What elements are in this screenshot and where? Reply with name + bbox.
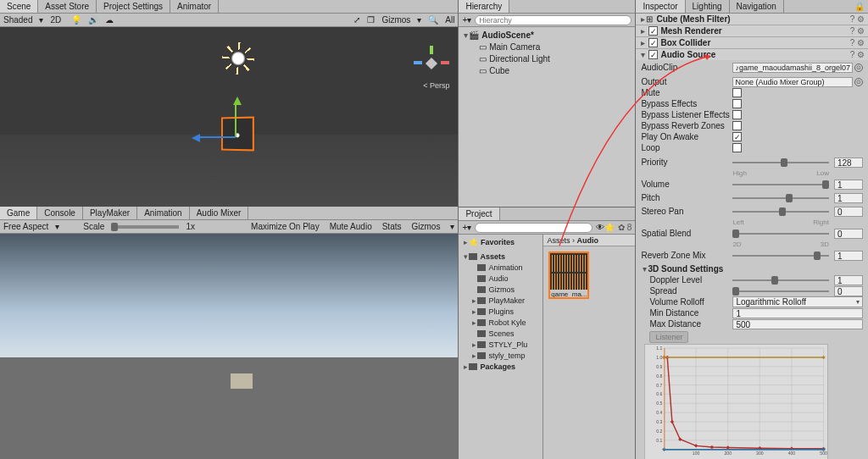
tab-navigation[interactable]: Navigation — [730, 0, 784, 13]
audioclip-field[interactable]: ♪ game_maoudamashii_8_orgel07 — [732, 63, 853, 73]
maximize-toggle[interactable]: Maximize On Play — [248, 221, 323, 232]
pitch-value[interactable]: 1 — [834, 193, 863, 203]
max-dist-value[interactable]: 500 — [732, 319, 863, 329]
audio-clip-asset[interactable]: game_ma... — [548, 252, 589, 299]
priority-value[interactable]: 128 — [834, 158, 863, 168]
bypass-listener-checkbox[interactable] — [732, 110, 742, 119]
folder-animation[interactable]: Animation — [459, 262, 542, 273]
tab-project[interactable]: Project — [459, 207, 499, 220]
tab-console[interactable]: Console — [37, 207, 83, 219]
audio-source-header[interactable]: Audio Source — [660, 50, 846, 59]
inspector-tabs[interactable]: Inspector Lighting Navigation 🔒 — [636, 0, 868, 14]
bypass-effects-checkbox[interactable] — [732, 99, 742, 108]
selected-cube[interactable] — [223, 119, 253, 150]
volume-value[interactable]: 1 — [834, 180, 863, 190]
mesh-filter-header[interactable]: Cube (Mesh Filter) — [656, 14, 846, 24]
foldout-icon[interactable]: ▾ — [641, 264, 648, 274]
foldout-icon[interactable]: ▸ — [639, 26, 646, 36]
project-create-button[interactable]: +▾ — [462, 223, 471, 232]
bc-audio[interactable]: Audio — [576, 236, 598, 245]
hier-dir-light[interactable]: Directional Light — [489, 54, 550, 64]
spatial-slider[interactable] — [732, 230, 829, 238]
play-awake-checkbox[interactable]: ✓ — [732, 132, 742, 141]
tab-scene[interactable]: Scene — [0, 0, 38, 13]
min-dist-value[interactable]: 1 — [732, 308, 863, 318]
project-toolbar[interactable]: +▾ 👁⭐✿ 8 — [459, 221, 635, 235]
volume-slider[interactable] — [732, 180, 829, 189]
help-icon[interactable]: ? ⚙ — [850, 50, 865, 59]
aspect-dropdown[interactable]: Free Aspect — [0, 221, 52, 232]
priority-slider[interactable] — [732, 158, 829, 167]
tab-animation[interactable]: Animation — [137, 207, 189, 219]
favorites-folder[interactable]: Favorites — [481, 238, 515, 246]
spread-slider[interactable] — [732, 287, 829, 296]
game-toolbar[interactable]: Free Aspect▾ Scale 1x Maximize On Play M… — [0, 220, 458, 234]
hier-main-camera[interactable]: Main Camera — [489, 42, 540, 52]
bypass-reverb-checkbox[interactable] — [732, 121, 742, 130]
folder-styly_temp[interactable]: ▸styly_temp — [459, 350, 542, 361]
project-folder-tree[interactable]: ▸⭐ Favorites ▾Assets Animation Audio Giz… — [459, 235, 543, 459]
foldout-icon[interactable]: ▸ — [639, 38, 646, 47]
folder-gizmos[interactable]: Gizmos — [459, 284, 542, 295]
doppler-slider[interactable] — [732, 276, 829, 285]
foldout-icon[interactable]: ▸ — [639, 14, 646, 24]
scene-search-all[interactable]: All — [442, 14, 458, 25]
listener-button[interactable]: Listener — [649, 331, 688, 343]
help-icon[interactable]: ? ⚙ — [850, 38, 865, 47]
mesh-renderer-header[interactable]: Mesh Renderer — [660, 26, 846, 36]
spatial-value[interactable]: 0 — [834, 229, 863, 239]
folder-playmaker[interactable]: ▸PlayMaker — [459, 295, 542, 306]
tab-game[interactable]: Game — [0, 207, 37, 219]
tab-inspector[interactable]: Inspector — [636, 0, 685, 13]
folder-robot kyle[interactable]: ▸Robot Kyle — [459, 317, 542, 328]
assets-folder[interactable]: Assets — [480, 252, 505, 261]
scene-view[interactable]: < Persp — [0, 27, 458, 207]
folder-scenes[interactable]: Scenes — [459, 328, 542, 339]
hierarchy-create-button[interactable]: +▾ — [462, 15, 471, 25]
foldout-icon[interactable]: ▾ — [639, 50, 646, 59]
mute-toggle[interactable]: Mute Audio — [326, 221, 376, 232]
folder-plugins[interactable]: ▸Plugins — [459, 306, 542, 317]
project-breadcrumb[interactable]: Assets › Audio — [543, 235, 635, 246]
rolloff-chart[interactable]: 0.10.20.30.40.50.60.70.80.91.01.11002003… — [644, 344, 828, 459]
tab-audiomixer[interactable]: Audio Mixer — [190, 207, 249, 219]
hier-cube[interactable]: Cube — [489, 66, 509, 75]
tab-hierarchy[interactable]: Hierarchy — [459, 0, 509, 13]
scene-toolbar[interactable]: Shaded▾ 2D 💡🔊☁ ⤢❐ Gizmos▾ 🔍All — [0, 14, 458, 27]
hierarchy-tree[interactable]: ▾🎬 AudioScene* ▭ Main Camera ▭ Direction… — [459, 27, 635, 78]
project-search-input[interactable] — [475, 223, 593, 233]
game-view[interactable] — [0, 234, 458, 459]
game-tabs[interactable]: Game Console PlayMaker Animation Audio M… — [0, 207, 458, 220]
tab-project-settings[interactable]: Project Settings — [97, 0, 170, 13]
output-field[interactable]: None (Audio Mixer Group) — [732, 77, 853, 87]
projection-label[interactable]: < Persp — [423, 81, 449, 90]
hierarchy-toolbar[interactable]: +▾ — [459, 14, 635, 27]
tab-animator[interactable]: Animator — [170, 0, 219, 13]
spread-value[interactable]: 0 — [834, 286, 863, 296]
three-d-header[interactable]: 3D Sound Settings — [648, 264, 723, 274]
doppler-value[interactable]: 1 — [834, 275, 863, 285]
object-picker-icon[interactable]: ⊙ — [854, 78, 863, 86]
reverb-value[interactable]: 1 — [834, 251, 863, 261]
scene-name[interactable]: AudioScene* — [481, 30, 534, 40]
bc-assets[interactable]: Assets — [547, 236, 570, 245]
help-icon[interactable]: ? ⚙ — [850, 26, 865, 36]
gizmos-toggle[interactable]: Gizmos — [409, 221, 444, 232]
stereo-slider[interactable] — [732, 207, 829, 216]
folder-audio[interactable]: Audio — [459, 273, 542, 284]
stats-toggle[interactable]: Stats — [379, 221, 405, 232]
tab-asset-store[interactable]: Asset Store — [38, 0, 97, 13]
object-picker-icon[interactable]: ⊙ — [854, 64, 863, 72]
pitch-slider[interactable] — [732, 194, 829, 202]
audio-source-enable[interactable]: ✓ — [648, 50, 658, 59]
view-gizmo[interactable] — [419, 51, 444, 76]
loop-checkbox[interactable] — [732, 143, 742, 152]
hierarchy-search-input[interactable] — [475, 15, 632, 25]
tab-lighting[interactable]: Lighting — [686, 0, 730, 13]
packages-folder[interactable]: Packages — [480, 362, 515, 371]
folder-styly_plu[interactable]: ▸STYLY_Plu — [459, 339, 542, 350]
mute-checkbox[interactable] — [732, 88, 742, 97]
scene-tabs[interactable]: Scene Asset Store Project Settings Anima… — [0, 0, 458, 14]
project-assets-grid[interactable]: game_ma... — [543, 246, 635, 459]
inspector-lock-icon[interactable]: 🔒 — [851, 2, 868, 11]
